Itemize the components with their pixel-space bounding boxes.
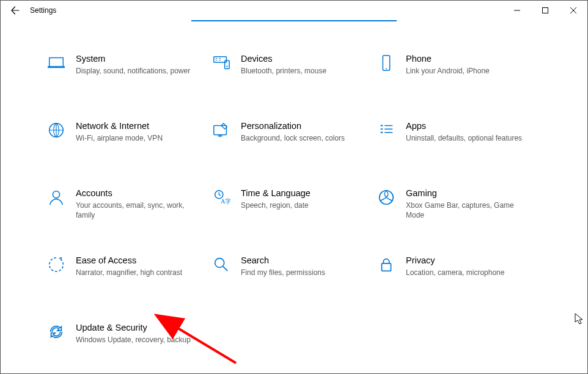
tile-time-language[interactable]: A字 Time & Language Speech, region, date <box>211 185 377 228</box>
tile-search[interactable]: Search Find my files, permissions <box>211 252 377 295</box>
tile-network[interactable]: Network & Internet Wi-Fi, airplane mode,… <box>46 118 211 161</box>
tile-label: Time & Language <box>241 188 311 199</box>
tile-desc: Uninstall, defaults, optional features <box>406 133 522 143</box>
tile-desc: Windows Update, recovery, backup <box>76 335 191 345</box>
svg-point-5 <box>386 68 387 69</box>
ease-of-access-icon <box>46 255 66 274</box>
tile-label: System <box>76 53 190 64</box>
back-button[interactable] <box>1 1 30 20</box>
tile-desc: Narrator, magnifier, high contrast <box>76 268 182 277</box>
tile-label: Phone <box>406 53 490 64</box>
window-title: Settings <box>30 6 56 15</box>
svg-point-3 <box>226 66 227 67</box>
tile-update-security[interactable]: Update & Security Windows Update, recove… <box>46 320 211 362</box>
personalization-icon <box>211 120 231 140</box>
search-input[interactable] <box>191 20 397 21</box>
tile-devices[interactable]: Devices Bluetooth, printers, mouse <box>211 51 377 94</box>
tile-desc: Speech, region, date <box>241 200 311 210</box>
tile-desc: Bluetooth, printers, mouse <box>241 66 326 76</box>
svg-rect-0 <box>543 8 548 13</box>
settings-grid: System Display, sound, notifications, po… <box>46 51 542 362</box>
update-icon <box>46 322 66 342</box>
tile-personalization[interactable]: Personalization Background, lock screen,… <box>211 118 377 161</box>
maximize-button[interactable] <box>531 1 559 20</box>
close-button[interactable] <box>559 1 587 20</box>
tile-desc: Xbox Game Bar, captures, Game Mode <box>406 200 528 220</box>
tile-gaming[interactable]: Gaming Xbox Game Bar, captures, Game Mod… <box>377 185 542 228</box>
devices-icon <box>211 53 231 73</box>
tile-privacy[interactable]: Privacy Location, camera, microphone <box>377 252 542 295</box>
tile-phone[interactable]: Phone Link your Android, iPhone <box>377 51 542 94</box>
gaming-icon <box>377 188 396 207</box>
back-arrow-icon <box>10 6 20 15</box>
minimize-button[interactable] <box>503 1 531 20</box>
time-language-icon: A字 <box>211 188 231 207</box>
tile-label: Apps <box>406 120 522 131</box>
svg-point-8 <box>53 191 59 198</box>
tile-label: Network & Internet <box>76 120 163 131</box>
tile-desc: Find my files, permissions <box>241 268 325 277</box>
tile-desc: Display, sound, notifications, power <box>76 66 190 76</box>
svg-rect-13 <box>382 263 391 271</box>
tile-system[interactable]: System Display, sound, notifications, po… <box>46 51 211 94</box>
tile-label: Update & Security <box>76 322 191 333</box>
tile-label: Privacy <box>406 255 504 266</box>
accounts-icon <box>46 188 66 207</box>
tile-desc: Your accounts, email, sync, work, family <box>76 200 198 220</box>
svg-rect-2 <box>225 61 230 68</box>
globe-icon <box>46 120 66 140</box>
tile-desc: Link your Android, iPhone <box>406 66 490 76</box>
minimize-icon <box>514 7 520 13</box>
tile-apps[interactable]: Apps Uninstall, defaults, optional featu… <box>377 118 542 161</box>
tile-label: Devices <box>241 53 326 64</box>
close-icon <box>570 7 576 13</box>
maximize-icon <box>542 7 548 13</box>
tile-label: Ease of Access <box>76 255 182 266</box>
tile-ease-of-access[interactable]: Ease of Access Narrator, magnifier, high… <box>46 252 211 295</box>
tile-label: Accounts <box>76 188 198 199</box>
tile-desc: Wi-Fi, airplane mode, VPN <box>76 133 163 143</box>
phone-icon <box>377 53 396 73</box>
svg-point-12 <box>215 258 224 268</box>
svg-text:A字: A字 <box>221 198 230 205</box>
tile-label: Gaming <box>406 188 528 199</box>
window-controls <box>503 1 587 20</box>
titlebar: Settings <box>1 1 587 20</box>
system-icon <box>46 53 66 73</box>
tile-desc: Location, camera, microphone <box>406 268 504 277</box>
tile-label: Search <box>241 255 325 266</box>
cursor-icon <box>575 313 584 325</box>
tile-desc: Background, lock screen, colors <box>241 133 345 143</box>
privacy-icon <box>377 255 396 274</box>
svg-rect-7 <box>214 126 227 135</box>
tile-label: Personalization <box>241 120 345 131</box>
tile-accounts[interactable]: Accounts Your accounts, email, sync, wor… <box>46 185 211 228</box>
search-icon <box>211 255 231 274</box>
apps-icon <box>377 120 396 140</box>
